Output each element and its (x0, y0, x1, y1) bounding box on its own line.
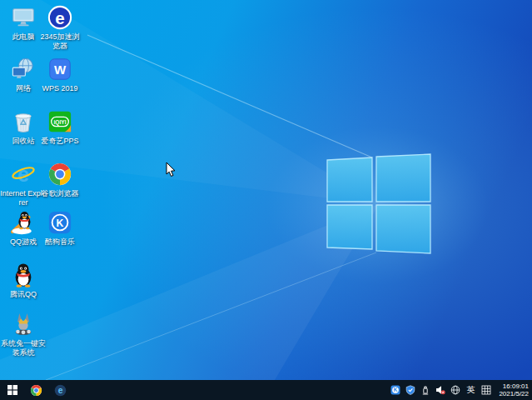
tencent-qq-icon (11, 262, 36, 288)
this-pc-icon (11, 5, 36, 30)
icon-label: 网络 (16, 84, 31, 93)
internet-explorer-icon: e (11, 162, 36, 187)
taskbar-clock[interactable]: 16:09:01 2021/5/22 (499, 382, 529, 398)
svg-text:W: W (54, 62, 67, 77)
desktop-icon-chrome[interactable]: 谷歌浏览器 (37, 162, 83, 198)
recycle-bin-icon (11, 109, 36, 134)
icon-label: QQ游戏 (10, 238, 37, 247)
desktop: 此电脑 e 2345加速浏览器 网络 W WPS 2019 (0, 0, 532, 400)
desktop-icon-wps-2019[interactable]: W WPS 2019 (37, 57, 83, 93)
system-tray: K (390, 380, 532, 400)
icon-label: WPS 2019 (42, 84, 77, 93)
svg-text:e: e (55, 8, 64, 28)
clock-time: 16:09:01 (499, 382, 529, 390)
tray-shield-icon[interactable] (405, 380, 415, 400)
clock-date: 2021/5/22 (499, 390, 529, 398)
desktop-icon-system-rabbit[interactable]: 系统兔一键安装系统 (0, 312, 47, 358)
svg-text:e: e (58, 386, 63, 395)
tray-ime-language[interactable]: 英 (465, 380, 476, 400)
qq-games-icon (11, 210, 36, 235)
chrome-icon (30, 384, 42, 397)
taskbar-2345-browser-button[interactable]: e (48, 380, 72, 400)
icon-label: 谷歌浏览器 (42, 189, 79, 198)
kugou-music-icon: K (47, 210, 72, 235)
chrome-icon (47, 162, 72, 187)
wps-icon: W (47, 57, 72, 82)
tray-kugou-icon[interactable]: K (390, 380, 400, 400)
svg-text:iQIYI: iQIYI (54, 119, 67, 126)
windows-start-icon (7, 385, 17, 395)
taskbar: e K (0, 380, 532, 400)
desktop-icon-tencent-qq[interactable]: 腾讯QQ (0, 262, 47, 299)
icon-label: 酷狗音乐 (45, 238, 75, 247)
network-icon (11, 57, 36, 82)
icon-label: 腾讯QQ (10, 290, 37, 299)
svg-text:e: e (17, 162, 29, 186)
start-button[interactable] (0, 380, 24, 400)
desktop-icon-kugou-music[interactable]: K 酷狗音乐 (37, 210, 83, 247)
icon-label: 2345加速浏览器 (37, 32, 83, 51)
tray-ime-grid-icon[interactable] (480, 380, 491, 400)
desktop-icon-iqiyi-pps[interactable]: iQIYI 爱奇艺PPS (37, 109, 83, 146)
svg-text:K: K (57, 218, 64, 229)
system-rabbit-icon (11, 312, 36, 337)
icon-label: 此电脑 (12, 32, 35, 42)
desktop-icon-2345-browser[interactable]: e 2345加速浏览器 (37, 5, 83, 51)
tray-network-globe-icon[interactable] (450, 380, 460, 400)
tray-volume-muted-icon[interactable] (435, 380, 445, 400)
iqiyi-icon: iQIYI (47, 109, 72, 134)
tray-usb-icon[interactable] (420, 380, 430, 400)
taskbar-chrome-button[interactable] (24, 380, 48, 400)
icon-label: 系统兔一键安装系统 (0, 339, 47, 358)
svg-text:K: K (394, 387, 398, 392)
2345-browser-icon: e (47, 5, 72, 30)
icon-label: 爱奇艺PPS (41, 137, 78, 146)
2345-browser-icon: e (54, 384, 67, 397)
icon-label: 回收站 (12, 137, 35, 146)
